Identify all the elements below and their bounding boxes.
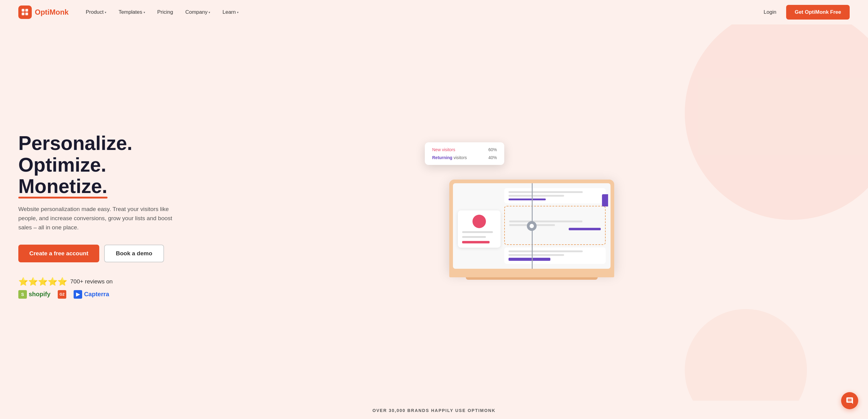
- returning-visitors-row: Returning visitors 40%: [432, 155, 497, 160]
- nav-actions: Login Get OptiMonk Free: [759, 5, 850, 20]
- svg-rect-1: [25, 9, 28, 11]
- company-chevron-icon: ▾: [209, 11, 210, 14]
- card-line-1: [462, 231, 493, 233]
- divider-circle-inner: [530, 224, 534, 228]
- reviews-text: 700+ reviews on: [70, 278, 113, 285]
- product-chevron-icon: ▾: [105, 11, 106, 14]
- chat-button[interactable]: [841, 392, 858, 409]
- bottom-line-1: [508, 250, 583, 252]
- nav-pricing[interactable]: Pricing: [152, 7, 178, 18]
- reviews-section: ⭐⭐⭐⭐⭐ 700+ reviews on S shopify G2 ▶ Cap…: [18, 277, 202, 299]
- nav-company[interactable]: Company ▾: [181, 7, 215, 18]
- svg-rect-3: [25, 12, 28, 15]
- new-visitors-value: 60%: [488, 147, 497, 152]
- nav-product[interactable]: Product ▾: [81, 7, 112, 18]
- nav-learn[interactable]: Learn ▾: [217, 7, 243, 18]
- dashed-line-1: [509, 221, 583, 222]
- nav-links: Product ▾ Templates ▾ Pricing Company ▾ …: [81, 7, 759, 18]
- screen-content: [453, 183, 611, 269]
- dashed-purple-block: [569, 228, 601, 230]
- get-optimonk-free-button[interactable]: Get OptiMonk Free: [786, 5, 850, 20]
- left-card: [458, 211, 501, 248]
- hero-title-monetize: Monetize.: [18, 175, 107, 197]
- capterra-icon: ▶: [73, 290, 82, 299]
- shopify-icon: S: [18, 290, 27, 299]
- laptop: [449, 180, 614, 280]
- card-line-2: [462, 236, 486, 238]
- hero-title: Personalize. Optimize. Monetize.: [18, 133, 202, 197]
- divider-circle: [527, 221, 537, 231]
- book-demo-button[interactable]: Book a demo: [104, 245, 164, 262]
- logo-icon: [18, 5, 32, 19]
- svg-rect-2: [22, 12, 25, 15]
- hero-content: Personalize. Optimize. Monetize. Website…: [18, 133, 202, 298]
- screen-line-2: [508, 195, 564, 197]
- hero-illustration: New visitors 60% Returning visitors 40%: [214, 152, 850, 280]
- laptop-screen-outer: [449, 180, 614, 272]
- purple-side-block: [602, 194, 608, 206]
- brands-bar: OVER 30,000 BRANDS HAPPILY USE OPTIMONK: [0, 401, 868, 419]
- login-button[interactable]: Login: [759, 7, 781, 18]
- platforms-row: S shopify G2 ▶ Capterra: [18, 290, 202, 299]
- g2-icon: G2: [58, 290, 66, 299]
- shopify-label: shopify: [29, 291, 51, 298]
- card-accent-bar: [462, 241, 490, 244]
- capterra-badge: ▶ Capterra: [73, 290, 109, 299]
- stars-row: ⭐⭐⭐⭐⭐ 700+ reviews on: [18, 277, 202, 286]
- logo[interactable]: OptiMonk: [18, 5, 69, 19]
- new-visitors-label: New visitors: [432, 147, 455, 152]
- returning-visitors-label: Returning visitors: [432, 155, 467, 160]
- laptop-container: New visitors 60% Returning visitors 40%: [443, 152, 620, 280]
- laptop-stand: [466, 277, 598, 280]
- learn-chevron-icon: ▾: [237, 11, 239, 14]
- hero-buttons: Create a free account Book a demo: [18, 245, 202, 262]
- shopify-badge: S shopify: [18, 290, 51, 299]
- card-circle: [472, 215, 486, 228]
- templates-chevron-icon: ▾: [144, 11, 145, 14]
- laptop-base: [449, 272, 614, 277]
- bottom-purple-bar: [508, 258, 550, 261]
- new-visitors-row: New visitors 60%: [432, 147, 497, 152]
- svg-rect-0: [22, 9, 25, 11]
- right-panel: [504, 188, 606, 264]
- nav-templates[interactable]: Templates ▾: [114, 7, 150, 18]
- screen-top-section: [504, 188, 606, 203]
- hero-subtitle: Website personalization made easy. Treat…: [18, 204, 177, 232]
- bottom-line-2: [508, 254, 564, 256]
- returning-visitors-value: 40%: [488, 155, 497, 160]
- capterra-label: Capterra: [84, 291, 109, 298]
- screen-line-1: [508, 191, 583, 193]
- star-icons: ⭐⭐⭐⭐⭐: [18, 277, 67, 286]
- hero-section: Personalize. Optimize. Monetize. Website…: [0, 25, 868, 401]
- logo-text: OptiMonk: [35, 8, 69, 17]
- screen-line-purple: [508, 198, 546, 200]
- screen-bottom-section: [504, 247, 606, 264]
- visitors-tooltip: New visitors 60% Returning visitors 40%: [425, 142, 504, 165]
- dashed-box: [504, 206, 606, 245]
- navbar: OptiMonk Product ▾ Templates ▾ Pricing C…: [0, 0, 868, 25]
- laptop-screen: [453, 183, 611, 269]
- create-free-account-button[interactable]: Create a free account: [18, 245, 99, 262]
- g2-badge: G2: [58, 290, 66, 299]
